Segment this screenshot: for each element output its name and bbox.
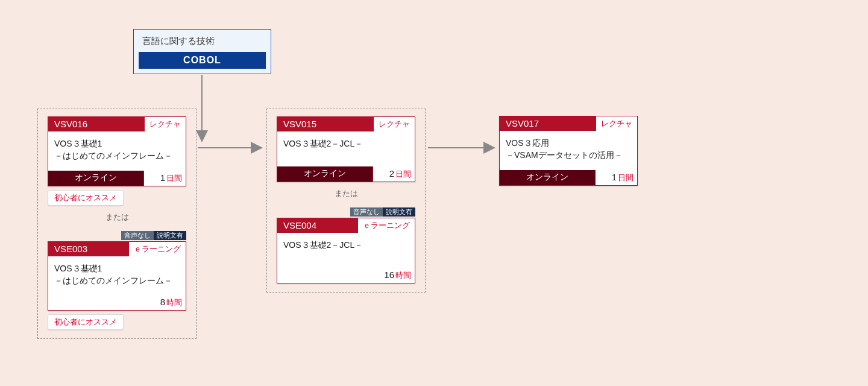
course-group-2: VSV015 レクチャ VOS３基礎2－JCL－ オンライン 2 日間 または …	[266, 109, 426, 293]
course-title: VOS３基礎1 －はじめてのメインフレーム－	[48, 256, 186, 296]
course-type: ｅラーニング	[357, 218, 415, 233]
course-title: VOS３基礎1 －はじめてのメインフレーム－	[48, 131, 186, 171]
course-card-vse003[interactable]: VSE003 ｅラーニング VOS３基礎1 －はじめてのメインフレーム－ 8 時…	[48, 241, 186, 311]
course-duration: 1 日間	[595, 170, 637, 185]
course-title: VOS３基礎2－JCL－	[277, 233, 415, 268]
course-card-vsv017-wrap: VSV017 レクチャ VOS３応用 －VSAMデータセットの活用－ オンライン…	[499, 116, 638, 186]
course-duration: 8 時間	[48, 295, 186, 310]
course-title: VOS３応用 －VSAMデータセットの活用－	[500, 131, 637, 170]
course-duration: 1 日間	[143, 171, 186, 186]
course-type: レクチャ	[144, 117, 186, 131]
course-card-vsv015[interactable]: VSV015 レクチャ VOS３基礎2－JCL－ オンライン 2 日間	[277, 116, 415, 182]
audio-tags: 音声なし 説明文有	[277, 207, 415, 217]
course-mode: オンライン	[277, 166, 373, 182]
course-card-vsv017[interactable]: VSV017 レクチャ VOS３応用 －VSAMデータセットの活用－ オンライン…	[499, 116, 638, 186]
language-tech-bar: COBOL	[139, 52, 266, 69]
language-tech-box: 言語に関する技術 COBOL	[133, 29, 271, 74]
recommend-badge: 初心者にオススメ	[48, 314, 124, 330]
course-type: レクチャ	[596, 116, 637, 131]
course-mode: オンライン	[48, 171, 143, 186]
audio-tags: 音声なし 説明文有	[48, 231, 186, 240]
or-label: または	[277, 188, 415, 199]
course-code: VSV016	[48, 117, 144, 131]
course-card-vsv016[interactable]: VSV016 レクチャ VOS３基礎1 －はじめてのメインフレーム－ オンライン…	[48, 116, 186, 186]
course-code: VSV017	[500, 116, 596, 131]
course-code: VSE004	[277, 218, 357, 233]
course-duration: 16 時間	[277, 268, 415, 283]
course-card-vse004[interactable]: VSE004 ｅラーニング VOS３基礎2－JCL－ 16 時間	[277, 218, 415, 283]
course-code: VSV015	[277, 117, 373, 131]
course-type: ｅラーニング	[128, 242, 186, 256]
or-label: または	[48, 212, 186, 223]
course-title: VOS３基礎2－JCL－	[277, 131, 415, 166]
course-mode: オンライン	[500, 170, 595, 185]
language-tech-title: 言語に関する技術	[139, 34, 266, 52]
course-type: レクチャ	[373, 117, 415, 131]
course-duration: 2 日間	[373, 166, 415, 182]
course-code: VSE003	[48, 242, 128, 256]
recommend-badge: 初心者にオススメ	[48, 190, 124, 206]
course-group-1: VSV016 レクチャ VOS３基礎1 －はじめてのメインフレーム－ オンライン…	[37, 109, 197, 339]
